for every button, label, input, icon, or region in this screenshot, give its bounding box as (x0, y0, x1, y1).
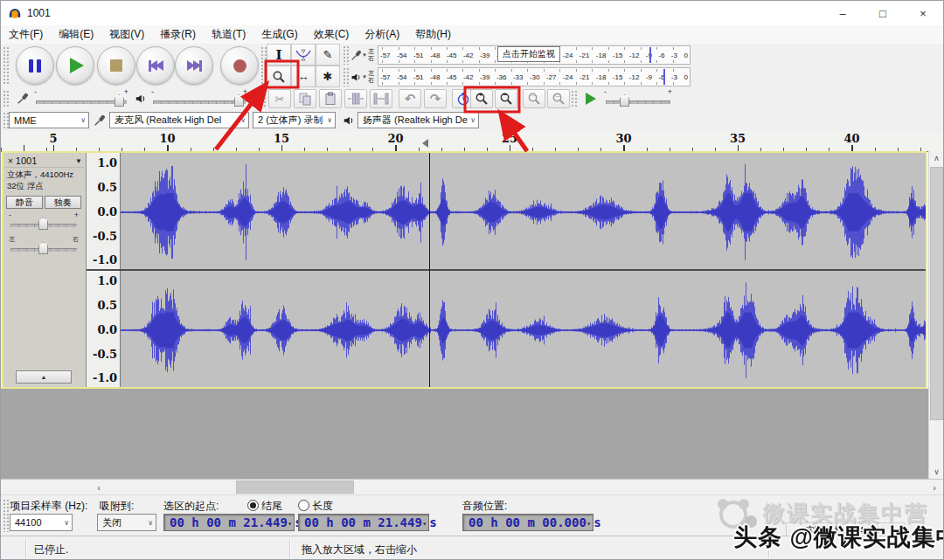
horizontal-scrollbar-thumb[interactable] (236, 480, 354, 494)
zoom-in-button[interactable]: + (470, 89, 493, 108)
audio-host-select[interactable]: MME ∨ (9, 112, 89, 128)
recording-peak-line (649, 47, 651, 63)
playback-meter-speaker[interactable]: ▾ (349, 72, 368, 83)
playback-meter-scale[interactable]: -57-54-51-48-45-42-39-36-33-30-27-24-21-… (378, 67, 691, 86)
zoom-tool-button[interactable] (267, 66, 291, 87)
input-device-select[interactable]: 麦克风 (Realtek High Del ∨ (109, 112, 249, 128)
solo-button[interactable]: 独奏 (45, 196, 81, 209)
horizontal-scrollbar[interactable]: ‹ › (1, 479, 943, 494)
cut-button[interactable]: ✂ (268, 89, 291, 108)
redo-button[interactable]: ↷ (424, 89, 447, 108)
play-button[interactable] (56, 46, 94, 85)
menu-item-8[interactable]: 帮助(H) (407, 25, 459, 44)
output-device-select[interactable]: 扬声器 (Realtek High De ∨ (357, 112, 479, 128)
time-shift-tool-button[interactable]: ↔ (291, 66, 316, 87)
menu-item-5[interactable]: 生成(G) (253, 25, 305, 44)
track-close-button[interactable]: × (5, 156, 16, 166)
silence-audio-button[interactable] (370, 89, 392, 108)
zoom-fit-button[interactable]: ▭ (547, 89, 570, 108)
scroll-left-arrow[interactable]: ‹ (91, 480, 107, 494)
recording-volume-slider[interactable]: - + (34, 91, 128, 108)
play-speed-slider[interactable]: - + (604, 91, 672, 108)
paste-button[interactable] (319, 89, 342, 108)
waveform-left-channel[interactable] (121, 153, 926, 269)
device-toolbar-grip[interactable] (3, 112, 9, 128)
selection-length-radio[interactable]: 长度 (298, 499, 333, 514)
stop-button[interactable] (97, 46, 135, 85)
playhead-marker[interactable] (422, 139, 428, 148)
scroll-right-arrow[interactable]: › (927, 480, 942, 494)
track-gain-slider[interactable]: - + (9, 214, 79, 232)
envelope-tool-button[interactable] (291, 44, 316, 66)
selection-end-field[interactable]: 00 h 00 m 21.449 s ▾ (298, 514, 429, 531)
copy-button[interactable] (294, 89, 316, 108)
record-button[interactable] (220, 46, 259, 85)
track-gain-thumb[interactable] (38, 218, 48, 230)
menu-item-2[interactable]: 视图(V) (101, 25, 152, 44)
menu-item-1[interactable]: 编辑(E) (51, 25, 101, 44)
input-channels-select[interactable]: 2 (立体声) 录制 ∨ (253, 112, 336, 128)
track-menu-arrow[interactable]: ▼ (75, 157, 84, 165)
play-at-speed-grip[interactable] (571, 90, 577, 107)
selection-tool-button[interactable]: I (267, 44, 291, 66)
playback-volume-thumb[interactable] (234, 94, 244, 107)
horizontal-scrollbar-track[interactable] (107, 480, 927, 494)
pause-button[interactable] (16, 46, 54, 85)
track-pan-slider[interactable]: 左 右 (9, 239, 79, 256)
maximize-button[interactable]: □ (863, 1, 903, 25)
menu-item-6[interactable]: 效果(C) (306, 25, 357, 44)
minimize-button[interactable]: – (823, 1, 863, 25)
selection-start-field[interactable]: 00 h 00 m 21.449 s ▾ (163, 514, 295, 531)
scroll-down-arrow[interactable]: ∨ (929, 465, 944, 479)
menu-item-4[interactable]: 轨道(T) (204, 25, 253, 44)
multi-tool-button[interactable]: ✱ (316, 66, 340, 87)
chevron-down-icon: ∨ (80, 116, 86, 124)
mixer-toolbar-grip[interactable] (3, 90, 9, 107)
audio-position-field[interactable]: 00 h 00 m 00.000 s ▾ (462, 514, 593, 531)
undo-button[interactable]: ↶ (399, 89, 421, 108)
vertical-scrollbar-thumb[interactable] (930, 167, 943, 420)
close-button[interactable]: × (903, 1, 943, 25)
play-db-2: -51 (413, 73, 424, 81)
transport-toolbar-grip[interactable] (3, 46, 9, 85)
tools-toolbar-grip[interactable] (260, 46, 267, 85)
play-speed-thumb[interactable] (620, 94, 629, 107)
skip-to-start-button[interactable] (136, 46, 175, 85)
track-collapse-button[interactable]: ▲ (16, 370, 72, 384)
draw-tool-button[interactable]: ✎ (316, 44, 340, 66)
timeline-ruler[interactable]: 510152025303540 (1, 131, 943, 152)
scroll-up-arrow[interactable]: ∧ (929, 151, 944, 165)
selection-end-radio[interactable]: 结尾 (247, 499, 282, 514)
track-pan-thumb[interactable] (38, 242, 48, 254)
menu-item-0[interactable]: 文件(F) (1, 25, 51, 44)
mute-button[interactable]: 静音 (6, 196, 43, 209)
vertical-ruler-right-channel[interactable]: 1.00.50.0-0.5-1.0 (87, 271, 121, 387)
recording-meter-grip[interactable] (343, 45, 349, 65)
menu-item-7[interactable]: 分析(A) (357, 25, 407, 44)
menu-item-3[interactable]: 播录(R) (152, 25, 204, 44)
vertical-ruler-left-channel[interactable]: 1.00.50.0-0.5-1.0 (87, 153, 121, 269)
edit-toolbar-grip[interactable] (260, 90, 266, 107)
track-name[interactable]: 1001 (16, 156, 75, 166)
tool-hint: 拖入放大区域，右击缩小 (302, 543, 417, 557)
zoom-selection-button[interactable]: ↔ (523, 89, 545, 108)
gain-min-label: - (9, 211, 11, 219)
snap-select[interactable]: 关闭 ∨ (97, 514, 156, 531)
vertical-scrollbar[interactable]: ∧ ∨ (928, 151, 944, 479)
recording-meter-mic[interactable]: ▾ (349, 50, 368, 61)
waveform-right-channel[interactable] (121, 271, 926, 387)
recording-volume-thumb[interactable] (115, 94, 124, 107)
empty-track-area[interactable] (1, 389, 928, 479)
play-at-speed-button[interactable] (580, 89, 602, 108)
play-at-speed-icon (586, 93, 596, 105)
playback-meter[interactable]: ▾ 左右 -57-54-51-48-45-42-39-36-33-30-27-2… (343, 66, 691, 87)
zoom-out-button[interactable]: − (495, 89, 517, 108)
trim-audio-button[interactable] (344, 89, 367, 108)
skip-to-end-button[interactable] (175, 46, 213, 85)
end-radio-icon[interactable] (247, 500, 259, 511)
playback-volume-slider[interactable]: - + (151, 91, 247, 108)
playback-meter-grip[interactable] (343, 67, 349, 86)
selection-toolbar-grip[interactable] (3, 499, 9, 532)
length-radio-icon[interactable] (298, 500, 309, 511)
project-rate-select[interactable]: 44100 ∨ (10, 514, 73, 531)
